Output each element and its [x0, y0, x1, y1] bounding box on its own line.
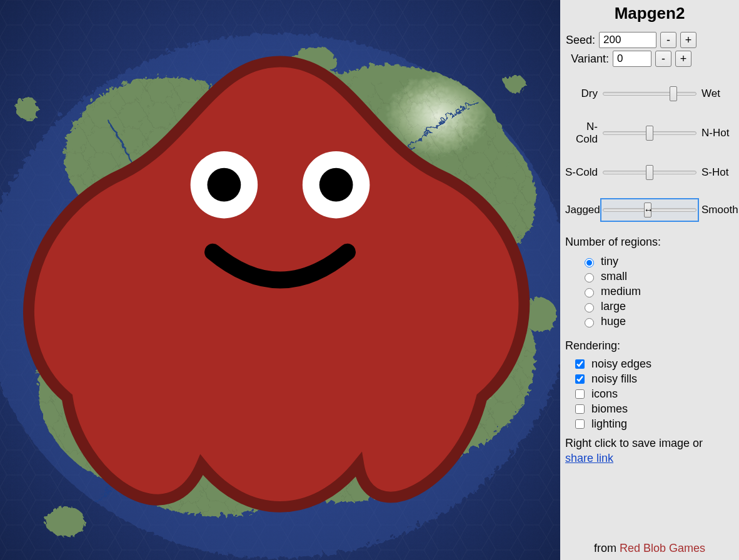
- brand-link[interactable]: Red Blob Games: [620, 542, 705, 554]
- region-label: huge: [601, 315, 626, 328]
- save-hint: Right click to save image or share link: [565, 436, 734, 466]
- app-title: Mapgen2: [565, 4, 734, 23]
- seed-input[interactable]: [599, 32, 656, 48]
- region-radio-medium[interactable]: [585, 288, 594, 298]
- rendering-option-icons[interactable]: icons: [573, 388, 734, 401]
- variant-increment-button[interactable]: +: [675, 51, 691, 67]
- slider-track: [601, 83, 698, 104]
- variant-decrement-button[interactable]: -: [655, 51, 671, 67]
- slider-label-left: N-Cold: [565, 121, 601, 146]
- rendering-checkbox-icons[interactable]: [575, 389, 585, 399]
- region-option-medium[interactable]: medium: [581, 285, 734, 298]
- share-link[interactable]: share link: [565, 452, 613, 464]
- slider-dry-wet[interactable]: [603, 92, 696, 96]
- rendering-option-biomes[interactable]: biomes: [573, 402, 734, 416]
- region-radio-tiny[interactable]: [585, 258, 594, 268]
- region-option-large[interactable]: large: [581, 300, 734, 313]
- region-radio-small[interactable]: [585, 273, 594, 282]
- region-option-huge[interactable]: huge: [581, 315, 734, 328]
- rendering-checkbox-noisy-edges[interactable]: [575, 359, 585, 369]
- region-option-small[interactable]: small: [581, 270, 734, 283]
- region-option-tiny[interactable]: tiny: [581, 255, 734, 268]
- mascot-blob: [0, 0, 560, 560]
- footer-attribution: from Red Blob Games: [565, 538, 734, 560]
- rendering-label: noisy fills: [591, 372, 637, 386]
- rendering-checkbox-noisy-fills[interactable]: [575, 374, 585, 384]
- slider-track: [601, 162, 698, 183]
- slider-jagged-smooth[interactable]: [603, 208, 696, 212]
- region-radio-large[interactable]: [585, 303, 594, 312]
- slider-label-left: Jagged: [565, 204, 601, 216]
- rendering-label: icons: [591, 388, 618, 401]
- regions-heading: Number of regions:: [565, 236, 734, 249]
- slider-label-right: Smooth: [698, 204, 734, 216]
- rendering-option-noisy-fills[interactable]: noisy fills: [573, 372, 734, 386]
- slider-label-left: S-Cold: [565, 166, 601, 179]
- rendering-label: biomes: [591, 402, 628, 416]
- svg-point-15: [319, 168, 353, 202]
- rendering-label: lighting: [591, 418, 627, 431]
- region-label: large: [601, 300, 626, 313]
- rendering-option-lighting[interactable]: lighting: [573, 418, 734, 431]
- seed-increment-button[interactable]: +: [680, 32, 696, 48]
- side-panel: Mapgen2 Seed: - + Variant: - + DryWetN-C…: [560, 0, 739, 560]
- region-label: medium: [601, 285, 641, 298]
- seed-label: Seed:: [565, 34, 595, 47]
- rendering-label: noisy edges: [591, 358, 651, 371]
- slider-ncold-nhot[interactable]: [603, 131, 696, 135]
- map-canvas[interactable]: [0, 0, 560, 560]
- rendering-option-noisy-edges[interactable]: noisy edges: [573, 358, 734, 371]
- slider-label-left: Dry: [565, 88, 601, 100]
- rendering-checkbox-biomes[interactable]: [575, 404, 585, 414]
- rendering-checkbox-lighting[interactable]: [575, 419, 585, 429]
- slider-track: ↔: [601, 199, 698, 221]
- region-label: tiny: [601, 255, 618, 268]
- variant-input[interactable]: [613, 51, 651, 67]
- slider-label-right: Wet: [698, 88, 734, 100]
- slider-label-right: N-Hot: [698, 127, 734, 139]
- slider-track: [601, 122, 698, 144]
- seed-decrement-button[interactable]: -: [660, 32, 676, 48]
- slider-scold-shot[interactable]: [603, 171, 696, 174]
- svg-point-13: [208, 168, 241, 202]
- variant-label: Variant:: [565, 52, 609, 66]
- region-radio-huge[interactable]: [585, 318, 594, 328]
- slider-label-right: S-Hot: [698, 166, 734, 179]
- rendering-heading: Rendering:: [565, 339, 734, 352]
- region-label: small: [601, 270, 627, 283]
